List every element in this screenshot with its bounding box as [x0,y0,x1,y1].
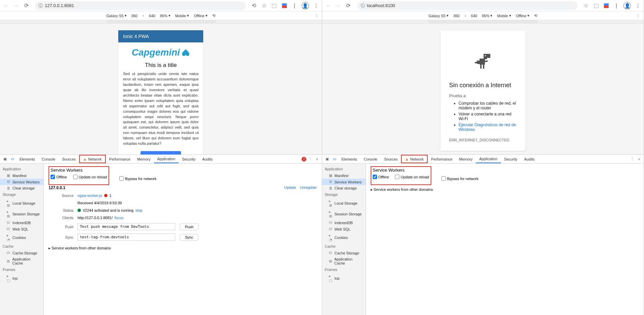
menu-icon[interactable]: ⋮ [313,3,319,9]
menu-icon[interactable]: ⋮ [635,3,641,9]
source-file-link[interactable]: ngsw-worker.js [78,194,102,198]
sidebar-session-storage[interactable]: ▸ 𝌆Session Storage [322,209,366,219]
stop-link[interactable]: stop [135,208,143,212]
sidebar-top-frame[interactable]: ▸ ▢top [0,273,43,284]
sidebar-app-cache[interactable]: 𝌆Application Cache [0,256,43,266]
tab-sources[interactable]: Sources [381,155,401,163]
offline-checkbox[interactable]: Offline [373,175,389,179]
bookmark-icon[interactable]: ☆ [261,3,267,9]
sidebar-websql[interactable]: ⛁Web SQL [322,226,366,232]
back-button[interactable]: ← [325,2,332,9]
reload-button[interactable]: ⟳ [345,2,352,9]
device-select[interactable]: Galaxy S5 ▾ [428,13,449,18]
extension-icon-2[interactable] [603,3,609,9]
device-width[interactable]: 360 [453,14,459,18]
site-info-icon[interactable]: ⓘ [361,3,365,9]
extension-icon-1[interactable]: ⬚ [271,3,277,9]
update-reload-checkbox[interactable]: Update on reload [73,175,107,179]
device-select[interactable]: Galaxy S5 ▾ [106,13,127,18]
forward-button[interactable]: → [13,2,20,9]
address-bar[interactable]: ⓘ localhost:8100 [357,1,578,10]
extension-icon-1[interactable]: ⬚ [593,3,599,9]
bypass-checkbox[interactable]: Bypass for network [119,176,157,181]
push-button[interactable]: Push [180,223,198,230]
push-input[interactable] [78,223,175,230]
throttle-select[interactable]: Offline ▾ [516,13,530,18]
sidebar-manifest[interactable]: ▦Manifest [0,172,43,179]
sidebar-top-frame[interactable]: ▸ ▢top [322,273,366,284]
sidebar-cache-storage[interactable]: ⛁Cache Storage [322,250,366,256]
tab-elements[interactable]: Elements [338,155,361,163]
tab-performance[interactable]: Performance [106,155,134,163]
offline-checkbox[interactable]: Offline [51,175,67,179]
focus-link[interactable]: focus [115,216,123,220]
sidebar-clear-storage[interactable]: 🗑Clear storage [322,185,366,191]
device-width[interactable]: 360 [131,14,137,18]
tab-security[interactable]: Security [179,155,199,163]
reload-button[interactable]: ⟳ [23,2,30,9]
device-menu-icon[interactable]: ⋮ [637,13,640,18]
tab-network[interactable]: ▲Network [79,155,106,163]
throttle-select[interactable]: Offline ▾ [194,13,208,18]
sidebar-manifest[interactable]: ▦Manifest [322,172,366,179]
tab-audits[interactable]: Audits [521,155,538,163]
bypass-checkbox[interactable]: Bypass for network [441,176,479,181]
offline-diagnostics-link[interactable]: Ejecutar Diagnósticos de red de Windows [459,123,516,132]
sidebar-local-storage[interactable]: ▸ 𝌆Local Storage [0,198,43,209]
other-domains-toggle[interactable]: Service workers from other domains [371,187,639,192]
profile-icon[interactable]: 👤 [302,2,309,9]
tab-elements[interactable]: Elements [16,155,38,163]
site-info-icon[interactable]: ⓘ [38,3,43,9]
other-domains-toggle[interactable]: Service workers from other domains [49,246,317,250]
sidebar-service-workers[interactable]: ⚙Service Workers [322,179,366,185]
tab-application[interactable]: Application [476,155,501,163]
tab-console[interactable]: Console [38,155,59,163]
tab-network[interactable]: ▲Network [401,155,428,163]
sidebar-session-storage[interactable]: ▸ 𝌆Session Storage [0,209,43,219]
settings-icon[interactable]: ⋮ [628,157,636,161]
error-count-badge[interactable]: 2 [302,157,306,162]
zoom-select[interactable]: 85% ▾ [160,13,171,18]
address-bar[interactable]: ⓘ 127.0.0.1:8081 [35,1,246,10]
inspect-icon[interactable]: ▣ [324,157,331,161]
update-link[interactable]: Update [284,185,296,189]
mode-select[interactable]: Mobile ▾ [497,13,511,18]
tab-application[interactable]: Application [154,155,179,163]
replace-image-button[interactable]: REPLACE IMAGE [141,151,181,154]
sidebar-app-cache[interactable]: 𝌆Application Cache [322,256,366,266]
back-button[interactable]: ← [3,2,9,9]
device-toggle-icon[interactable]: ▭ [331,157,338,161]
rotate-icon[interactable]: ⟲ [534,13,537,18]
rotate-icon[interactable]: ⟲ [212,13,215,18]
tab-sources[interactable]: Sources [59,155,79,163]
sidebar-clear-storage[interactable]: 🗑Clear storage [0,185,43,191]
tab-audits[interactable]: Audits [199,155,216,163]
tab-security[interactable]: Security [501,155,521,163]
sidebar-indexeddb[interactable]: ⛁IndexedDB [0,219,43,226]
inspect-icon[interactable]: ▣ [1,157,9,161]
unregister-link[interactable]: Unregister [300,185,317,189]
translate-icon[interactable]: ⟲ [251,3,257,9]
sidebar-cookies[interactable]: ▸ ◔Cookies [0,232,43,243]
sidebar-websql[interactable]: ⛁Web SQL [0,226,43,232]
device-toggle-icon[interactable]: ▭ [9,157,16,161]
device-height[interactable]: 640 [149,14,155,18]
device-menu-icon[interactable]: ⋮ [315,13,318,18]
tab-performance[interactable]: Performance [428,155,456,163]
sidebar-cookies[interactable]: ▸ ◔Cookies [322,232,366,243]
forward-button[interactable]: → [335,2,342,9]
profile-icon[interactable]: 👤 [623,2,631,9]
tab-console[interactable]: Console [360,155,380,163]
extension-icon-2[interactable] [281,3,287,9]
close-devtools-icon[interactable]: × [636,157,642,161]
sidebar-local-storage[interactable]: ▸ 𝌆Local Storage [322,198,366,209]
sync-button[interactable]: Sync [180,234,198,241]
sync-input[interactable] [78,234,175,241]
sidebar-cache-storage[interactable]: ⛁Cache Storage [0,250,43,256]
update-reload-checkbox[interactable]: Update on reload [395,175,429,179]
settings-icon[interactable]: ⋮ [306,157,314,161]
device-height[interactable]: 640 [471,14,477,18]
sidebar-service-workers[interactable]: ⚙Service Workers [0,179,43,185]
mode-select[interactable]: Mobile ▾ [175,13,189,18]
zoom-select[interactable]: 85% ▾ [482,13,492,18]
